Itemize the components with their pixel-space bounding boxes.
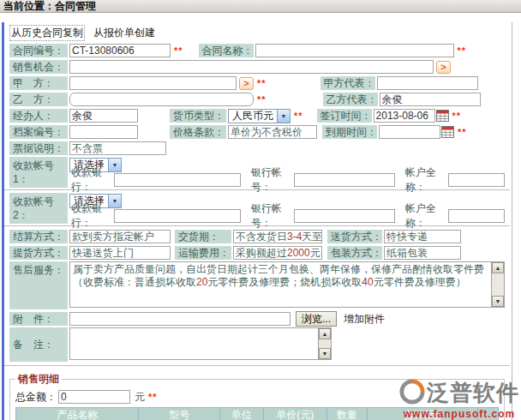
account1-number-label: 银行帐号： bbox=[251, 165, 292, 195]
sign-time-label: 签订时间： bbox=[317, 109, 372, 123]
party-b-rep-input[interactable] bbox=[380, 93, 481, 106]
scrollbar[interactable]: ▲ ▼ bbox=[318, 328, 331, 359]
invoice-note-input[interactable] bbox=[69, 141, 166, 155]
party-b-input[interactable] bbox=[69, 93, 254, 106]
delivery-method-input[interactable] bbox=[384, 230, 461, 243]
row-pickup: 提货方式： 运输费用： 采购额超过2000元 包装方式： bbox=[9, 245, 505, 261]
row-party-a: 甲 方： > ** 甲方代表： bbox=[9, 75, 505, 91]
col-product-name: 产品名称 bbox=[16, 408, 139, 420]
price-terms-input[interactable] bbox=[228, 125, 317, 139]
account1-label: 收款帐号1： bbox=[9, 157, 68, 188]
breadcrumb: 当前位置：合同管理 bbox=[0, 0, 521, 13]
handler-label: 经办人： bbox=[9, 109, 68, 123]
account1-number-input[interactable] bbox=[294, 173, 395, 187]
account2-bank-input[interactable] bbox=[114, 209, 241, 223]
sign-time-required: ** bbox=[452, 111, 462, 121]
vendor-logo: 泛普软件 www.fanpusoft.com bbox=[399, 378, 519, 420]
account2-detail-row: 收款银行： 银行帐号： 帐户全称： bbox=[68, 208, 505, 224]
sign-time-input[interactable] bbox=[374, 109, 435, 123]
scroll-down-icon[interactable]: ▼ bbox=[492, 296, 504, 307]
row-contract-no-name: 合同编号： ** 合同名称： ** bbox=[9, 43, 505, 58]
currency-select[interactable]: 人民币元 ▼ bbox=[228, 109, 290, 123]
contract-name-required: ** bbox=[458, 45, 467, 56]
party-a-rep-label: 甲方代表： bbox=[320, 76, 375, 90]
row-invoice-note: 票据说明： bbox=[9, 141, 505, 156]
handler-input[interactable] bbox=[69, 109, 138, 123]
sales-opportunity-label: 销售机会： bbox=[9, 60, 68, 74]
archive-no-label: 档案编号： bbox=[9, 125, 68, 139]
sales-opportunity-picker-button[interactable]: > bbox=[436, 61, 451, 74]
receiving-account-2-block: 收款帐号2： 请选择 ▼ 收款银行： 银行帐号： 帐户全称： bbox=[9, 193, 505, 224]
total-amount-required: ** bbox=[148, 392, 158, 402]
account2-fullname-input[interactable] bbox=[448, 209, 505, 223]
row-remark: 备 注： ▲ ▼ bbox=[9, 327, 505, 362]
row-attachment: 附 件： 浏览... 增加附件 bbox=[9, 311, 505, 327]
account2-label: 收款帐号2： bbox=[9, 193, 68, 224]
copy-from-history-link[interactable]: 从历史合同复制 bbox=[9, 25, 85, 41]
create-from-quote-link[interactable]: 从报价单创建 bbox=[93, 26, 155, 40]
col-model: 型号 bbox=[139, 408, 220, 420]
total-amount-input[interactable] bbox=[58, 390, 130, 404]
party-a-rep-input[interactable] bbox=[377, 76, 478, 90]
after-sales-label: 售后服务： bbox=[9, 261, 68, 309]
party-a-input[interactable] bbox=[69, 76, 237, 90]
party-a-picker-button[interactable]: > bbox=[239, 77, 254, 90]
account1-detail-row: 收款银行： 银行帐号： 帐户全称： bbox=[68, 172, 505, 188]
shipping-cost-input[interactable]: 采购额超过2000元 bbox=[233, 246, 322, 260]
contract-no-required: ** bbox=[174, 45, 183, 56]
account2-number-input[interactable] bbox=[294, 209, 395, 223]
expire-time-required: ** bbox=[458, 127, 467, 137]
packing-label: 包装方式： bbox=[327, 246, 382, 260]
attachment-label: 附 件： bbox=[9, 312, 68, 326]
pickup-method-input[interactable] bbox=[69, 246, 171, 260]
vendor-logo-icon bbox=[399, 379, 425, 407]
scrollbar[interactable]: ▲ ▼ bbox=[491, 262, 504, 307]
attachment-input[interactable] bbox=[69, 312, 290, 326]
row-settlement: 结算方式： 交货期： 不含发货日3-4天至 送货方式： bbox=[9, 229, 505, 244]
price-terms-label: 价格条款： bbox=[170, 125, 226, 139]
row-handler-currency-signtime: 经办人： 货币类型： 人民币元 ▼ ** 签订时间： ** bbox=[9, 108, 505, 123]
calendar-icon[interactable] bbox=[436, 110, 449, 122]
delivery-method-label: 送货方式： bbox=[327, 230, 382, 243]
settlement-input[interactable] bbox=[69, 230, 171, 243]
expire-time-label: 到期时间： bbox=[322, 125, 377, 139]
currency-label: 货币类型： bbox=[170, 109, 226, 123]
contract-no-input[interactable] bbox=[69, 44, 171, 57]
party-a-required: ** bbox=[257, 78, 266, 88]
delivery-period-label: 交货期： bbox=[175, 230, 231, 243]
add-attachment-link[interactable]: 增加附件 bbox=[344, 312, 385, 327]
party-b-label: 乙 方： bbox=[9, 93, 68, 106]
delivery-period-input[interactable]: 不含发货日3-4天至 bbox=[233, 230, 322, 243]
remark-textarea[interactable]: ▲ ▼ bbox=[69, 327, 332, 360]
contract-name-input[interactable] bbox=[255, 44, 454, 57]
party-b-rep-label: 乙方代表： bbox=[323, 93, 378, 106]
after-sales-textarea[interactable]: 属于卖方产品质量问题，自出货日期起计三个月包换、两年保修，保修产品酌情收取零件费… bbox=[69, 261, 505, 308]
col-unit-price: 单价(元) bbox=[263, 408, 327, 420]
packing-input[interactable] bbox=[384, 246, 461, 260]
invoice-note-label: 票据说明： bbox=[9, 141, 68, 155]
account1-bank-label: 收款银行： bbox=[71, 165, 112, 195]
row-after-sales: 售后服务： 属于卖方产品质量问题，自出货日期起计三个月包换、两年保修，保修产品酌… bbox=[9, 261, 505, 309]
remark-label: 备 注： bbox=[9, 327, 68, 362]
party-b-required: ** bbox=[257, 94, 266, 105]
col-unit: 单位 bbox=[220, 408, 263, 420]
account2-bank-label: 收款银行： bbox=[71, 201, 112, 231]
sales-opportunity-input[interactable] bbox=[69, 60, 434, 74]
currency-required: ** bbox=[294, 111, 303, 121]
scroll-down-icon[interactable]: ▼ bbox=[319, 348, 331, 359]
row-archive-price-expire: 档案编号： 价格条款： 到期时间： ** bbox=[9, 124, 505, 140]
currency-selected-value: 人民币元 bbox=[229, 110, 277, 123]
vendor-logo-url: www.fanpusoft.com bbox=[399, 408, 519, 420]
scroll-up-icon[interactable]: ▲ bbox=[319, 328, 331, 339]
expire-time-input[interactable] bbox=[379, 125, 440, 139]
after-sales-text: 属于卖方产品质量问题，自出货日期起计三个月包换、两年保修，保修产品酌情收取零件费… bbox=[70, 262, 491, 307]
remark-text bbox=[70, 328, 318, 359]
scroll-up-icon[interactable]: ▲ bbox=[492, 262, 504, 273]
account1-fullname-input[interactable] bbox=[448, 173, 505, 187]
account1-fullname-label: 帐户全称： bbox=[405, 165, 446, 195]
calendar-icon[interactable] bbox=[441, 126, 454, 138]
archive-no-input[interactable] bbox=[69, 125, 138, 139]
account1-bank-input[interactable] bbox=[114, 173, 241, 187]
browse-button[interactable]: 浏览... bbox=[296, 311, 337, 327]
contract-name-label: 合同名称： bbox=[199, 44, 254, 57]
